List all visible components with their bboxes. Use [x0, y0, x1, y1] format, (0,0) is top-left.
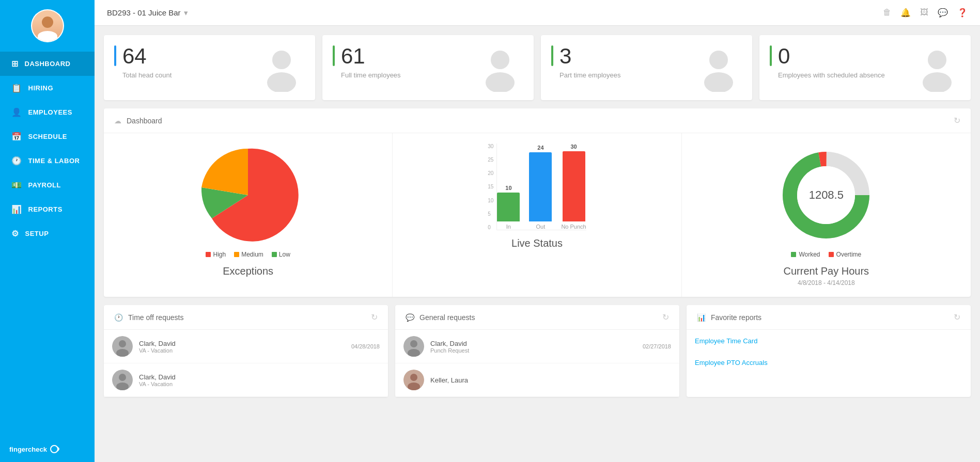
favorite-link-1[interactable]: Employee Time Card	[687, 330, 971, 352]
time-off-requests-card: 🕐 Time off requests ↻ Clark, Dav	[104, 305, 388, 397]
charts-row: High Medium Low Exceptions	[104, 133, 971, 297]
exceptions-pie-chart	[196, 144, 300, 247]
y-axis: 30 25 20 15 10 5 0	[488, 144, 493, 230]
dashboard-title: Dashboard	[127, 117, 162, 125]
stat-number: 61	[341, 45, 401, 67]
avatar-svg	[403, 370, 424, 390]
legend-label-overtime: Overtime	[836, 251, 862, 258]
bar-chart-container: 30 25 20 15 10 5 0	[403, 144, 671, 230]
delete-icon[interactable]: 🗑	[883, 8, 891, 18]
svg-point-5	[709, 51, 728, 69]
request-date: 04/28/2018	[351, 343, 380, 349]
general-request-item-2: Keller, Laura	[395, 363, 679, 397]
time-labor-icon: 🕐	[11, 156, 22, 166]
legend-overtime: Overtime	[829, 251, 862, 258]
svg-point-20	[410, 340, 417, 347]
sidebar-nav: ⊞ Dashboard 📋 Hiring 👤 Employees 📅 Sched…	[0, 52, 95, 246]
y-tick: 10	[488, 198, 493, 203]
legend-dot-worked	[791, 252, 796, 257]
header-title: BD293 - 01 Juice Bar ▾	[107, 8, 188, 18]
bar-group-out: 24 Out	[529, 144, 552, 230]
time-off-request-item-2: Clark, David VA - Vacation	[104, 363, 388, 397]
fingercheck-logo-icon	[50, 444, 61, 454]
sidebar-item-schedule[interactable]: 📅 Schedule	[0, 124, 95, 149]
sidebar-item-label: Payroll	[28, 181, 61, 189]
setup-icon: ⚙	[11, 229, 19, 238]
refresh-icon[interactable]: ↻	[954, 116, 960, 125]
sidebar-item-time-labor[interactable]: 🕐 Time & Labor	[0, 149, 95, 173]
sidebar-item-label: Time & Labor	[28, 157, 80, 165]
avatar-svg	[403, 336, 424, 357]
stat-card-fulltime: 61 Full time employees	[322, 35, 534, 100]
help-icon[interactable]: ❓	[957, 8, 968, 18]
avatar-svg	[112, 336, 133, 357]
image-icon[interactable]: 🖼	[920, 8, 928, 18]
pie-legend: High Medium Low	[206, 251, 290, 258]
time-off-title: Time off requests	[128, 313, 183, 322]
request-date: 02/27/2018	[643, 343, 671, 349]
refresh-icon[interactable]: ↻	[371, 312, 378, 322]
sidebar-item-label: Hiring	[28, 84, 54, 92]
sidebar-item-dashboard[interactable]: ⊞ Dashboard	[0, 52, 95, 76]
time-off-request-item: Clark, David VA - Vacation 04/28/2018	[104, 330, 388, 363]
svg-point-23	[410, 374, 417, 381]
stat-number: 64	[122, 45, 172, 67]
svg-point-1	[272, 51, 291, 69]
sidebar-item-label: Schedule	[28, 133, 68, 140]
sidebar-item-employees[interactable]: 👤 Employees	[0, 100, 95, 124]
sidebar-item-reports[interactable]: 📊 Reports	[0, 197, 95, 221]
user-avatar	[31, 9, 64, 42]
dropdown-icon[interactable]: ▾	[184, 8, 188, 18]
person-silhouette-icon	[477, 45, 523, 92]
exceptions-chart-title: Exceptions	[223, 265, 273, 277]
chat-bubble-icon: 💬	[406, 313, 414, 322]
sidebar-item-payroll[interactable]: 💵 Payroll	[0, 173, 95, 197]
bell-icon[interactable]: 🔔	[900, 8, 911, 18]
legend-medium: Medium	[234, 251, 263, 258]
svg-point-8	[923, 72, 952, 92]
clock-icon: 🕐	[114, 313, 123, 322]
y-tick: 20	[488, 170, 493, 176]
location-title: BD293 - 01 Juice Bar	[107, 8, 181, 17]
legend-label-worked: Worked	[799, 251, 820, 258]
request-name: Clark, David	[139, 340, 345, 347]
cloud-icon: ☁	[114, 117, 121, 125]
pay-hours-chart-title: Current Pay Hours	[784, 265, 869, 277]
refresh-icon[interactable]: ↻	[662, 312, 669, 322]
svg-point-4	[486, 72, 515, 92]
stat-card-total: 64 Total head count	[104, 35, 315, 100]
stat-label: Total head count	[122, 71, 172, 79]
sidebar-item-label: Setup	[25, 230, 49, 237]
legend-dot-overtime	[829, 252, 834, 257]
pay-hours-chart-subtitle: 4/8/2018 - 4/14/2018	[798, 279, 855, 286]
general-requests-card: 💬 General requests ↻ Clark, Davi	[395, 305, 679, 397]
time-off-header: 🕐 Time off requests ↻	[104, 305, 388, 330]
sidebar-item-label: Reports	[28, 205, 63, 213]
favorite-report-link-2[interactable]: Employee PTO Accruals	[695, 359, 768, 367]
general-requests-header: 💬 General requests ↻	[395, 305, 679, 330]
main-content: BD293 - 01 Juice Bar ▾ 🗑 🔔 🖼 💬 ❓ 64 Tota…	[95, 0, 980, 462]
bar-value-nopunch: 30	[570, 144, 577, 150]
bar-value-out: 24	[537, 145, 543, 151]
bar-label-nopunch: No Punch	[561, 224, 586, 230]
exceptions-chart-panel: High Medium Low Exceptions	[104, 133, 393, 297]
svg-point-2	[267, 72, 296, 92]
chat-icon[interactable]: 💬	[938, 8, 948, 18]
y-tick: 25	[488, 157, 493, 163]
pay-hours-chart-panel: 1208.5 Worked Overtime Current Pay Hours	[682, 133, 971, 297]
sidebar: ⊞ Dashboard 📋 Hiring 👤 Employees 📅 Sched…	[0, 0, 95, 462]
refresh-icon[interactable]: ↻	[954, 312, 960, 322]
avatar-svg	[112, 370, 133, 390]
y-tick: 0	[488, 225, 493, 230]
sidebar-item-hiring[interactable]: 📋 Hiring	[0, 76, 95, 100]
legend-worked: Worked	[791, 251, 820, 258]
legend-label-high: High	[213, 251, 226, 258]
request-sub: VA - Vacation	[139, 347, 345, 354]
stat-number: 0	[778, 45, 885, 67]
live-status-chart-panel: 30 25 20 15 10 5 0	[393, 133, 681, 297]
request-name: Clark, David	[430, 340, 636, 347]
favorite-link-2[interactable]: Employee PTO Accruals	[687, 352, 971, 373]
sidebar-item-setup[interactable]: ⚙ Setup	[0, 221, 95, 246]
stat-number: 3	[559, 45, 621, 67]
favorite-report-link-1[interactable]: Employee Time Card	[695, 337, 757, 345]
